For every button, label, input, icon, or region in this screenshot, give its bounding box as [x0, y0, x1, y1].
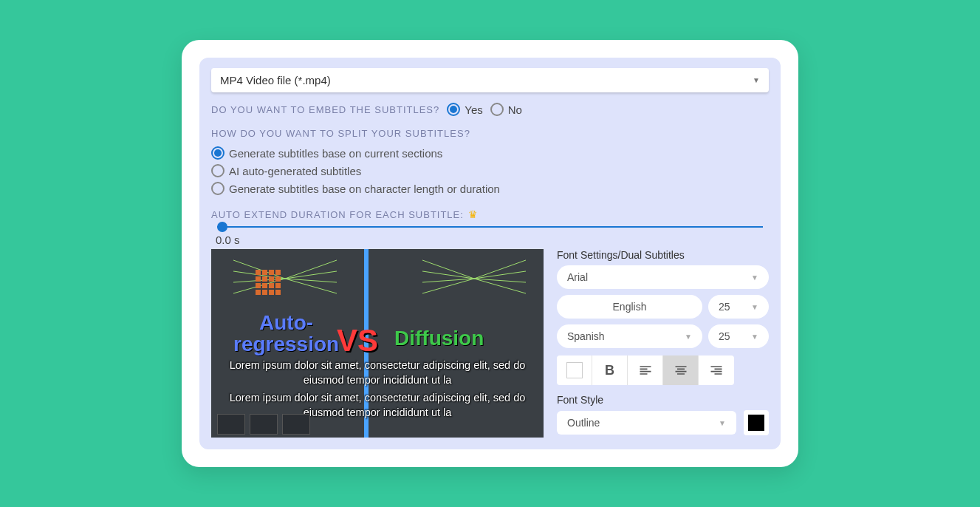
embed-no-label: No	[508, 103, 522, 116]
radio-icon	[490, 103, 504, 116]
align-left-icon	[638, 363, 653, 378]
preview-graphic-vs-text: VS	[337, 323, 378, 358]
split-option-2-label: Generate subtitles base on character len…	[229, 183, 500, 195]
text-color-button[interactable]	[557, 355, 592, 385]
font-family-select[interactable]: Arial ▼	[557, 265, 769, 289]
auto-extend-label-row: AUTO EXTEND DURATION FOR EACH SUBTITLE: …	[211, 208, 769, 220]
svg-line-13	[474, 271, 526, 279]
radio-icon	[211, 146, 225, 160]
font-style-select[interactable]: Outline ▼	[557, 411, 736, 435]
crown-icon: ♛	[468, 208, 479, 220]
font-style-color-button[interactable]	[744, 410, 769, 435]
export-settings-card: MP4 Video file (*.mp4) ▼ DO YOU WANT TO …	[182, 40, 798, 467]
embed-question-label: DO YOU WANT TO EMBED THE SUBTITLES?	[211, 104, 439, 115]
radio-icon	[211, 182, 225, 195]
preview-graphic-diffusion-text: Diffusion	[394, 327, 484, 350]
bold-button[interactable]: B	[592, 355, 628, 385]
language1-row: English 25 ▼	[557, 295, 769, 319]
split-option-1[interactable]: AI auto-generated subtitles	[211, 164, 769, 177]
auto-extend-value: 0.0 s	[216, 234, 769, 246]
preview-graphic-auto-text: Auto- regression	[233, 312, 339, 355]
preview-graphic-grid	[256, 270, 281, 295]
chevron-down-icon: ▼	[751, 333, 758, 341]
svg-line-9	[422, 271, 474, 279]
align-right-icon	[709, 363, 724, 378]
chevron-down-icon: ▼	[751, 303, 758, 311]
split-option-1-label: AI auto-generated subtitles	[229, 165, 361, 177]
size2-select[interactable]: 25 ▼	[708, 324, 769, 348]
text-color-swatch	[566, 362, 583, 378]
auto-extend-label: AUTO EXTEND DURATION FOR EACH SUBTITLE:	[211, 209, 464, 220]
font-style-value: Outline	[567, 417, 600, 429]
font-style-label: Font Style	[557, 394, 769, 406]
language2-value: Spanish	[567, 330, 605, 342]
settings-panel: MP4 Video file (*.mp4) ▼ DO YOU WANT TO …	[199, 58, 781, 449]
svg-line-8	[422, 260, 474, 279]
radio-icon	[447, 103, 460, 116]
radio-icon	[211, 164, 225, 177]
font-family-value: Arial	[567, 271, 588, 283]
chevron-down-icon: ▼	[719, 419, 726, 427]
font-style-color-swatch	[748, 415, 764, 431]
subtitle-preview: Auto- regression VS Diffusion Lorem ipsu…	[211, 249, 544, 438]
svg-line-12	[474, 260, 526, 279]
text-format-toolbar: B	[557, 355, 734, 385]
align-center-button[interactable]	[663, 355, 699, 385]
size2-value: 25	[719, 330, 730, 342]
split-options: Generate subtitles base on current secti…	[211, 146, 769, 195]
slider-thumb[interactable]	[217, 222, 227, 232]
split-option-0-label: Generate subtitles base on current secti…	[229, 147, 442, 160]
font-settings: Font Settings/Dual Subtitles Arial ▼ Eng…	[557, 249, 769, 435]
bold-icon: B	[605, 363, 614, 378]
align-left-button[interactable]	[628, 355, 663, 385]
size1-value: 25	[719, 301, 730, 313]
preview-graphic-net-left	[226, 253, 344, 304]
lower-section: Auto- regression VS Diffusion Lorem ipsu…	[211, 249, 769, 438]
svg-line-4	[285, 260, 337, 279]
file-type-select[interactable]: MP4 Video file (*.mp4) ▼	[211, 68, 769, 92]
language1-select[interactable]: English	[557, 295, 702, 319]
embed-radio-yes[interactable]: Yes	[447, 103, 482, 116]
size1-select[interactable]: 25 ▼	[708, 295, 769, 319]
split-question-label: HOW DO YOU WANT TO SPLIT YOUR SUBTITLES?	[211, 128, 769, 139]
auto-extend-slider[interactable]	[217, 226, 763, 228]
embed-yes-label: Yes	[465, 103, 482, 116]
language1-value: English	[613, 301, 647, 313]
align-right-button[interactable]	[699, 355, 734, 385]
svg-line-5	[285, 271, 337, 279]
embed-radio-no[interactable]: No	[490, 103, 522, 116]
chevron-down-icon: ▼	[751, 273, 758, 282]
file-type-value: MP4 Video file (*.mp4)	[220, 74, 331, 86]
language2-row: Spanish ▼ 25 ▼	[557, 324, 769, 348]
split-option-0[interactable]: Generate subtitles base on current secti…	[211, 146, 769, 160]
chevron-down-icon: ▼	[685, 333, 692, 341]
auto-extend-slider-wrap	[211, 226, 769, 228]
language2-select[interactable]: Spanish ▼	[557, 324, 702, 348]
preview-thumbnails	[217, 414, 310, 435]
font-settings-title: Font Settings/Dual Subtitles	[557, 249, 769, 261]
split-option-2[interactable]: Generate subtitles base on character len…	[211, 182, 769, 195]
align-center-icon	[674, 363, 688, 378]
chevron-down-icon: ▼	[753, 76, 760, 84]
embed-question-row: DO YOU WANT TO EMBED THE SUBTITLES? Yes …	[211, 103, 769, 116]
preview-graphic-net-right	[415, 253, 533, 304]
font-style-row: Outline ▼	[557, 410, 769, 435]
preview-subtitle-1: Lorem ipsum dolor sit amet, consectetur …	[211, 358, 544, 387]
